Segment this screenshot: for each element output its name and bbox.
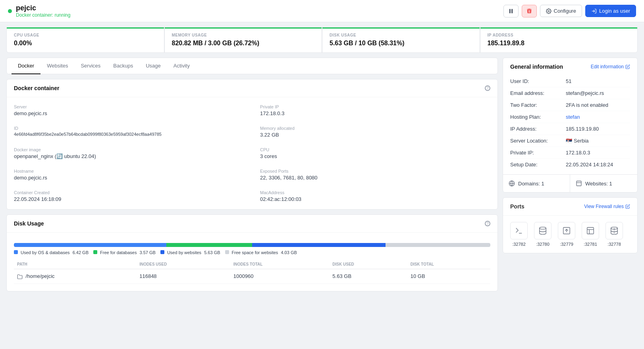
trash-icon	[526, 8, 532, 14]
login-as-user-button[interactable]: Login as user	[585, 5, 636, 17]
tab-websites[interactable]: Websites	[40, 58, 74, 74]
disk-legend: Used by OS & databases 6.42 GB Free for …	[14, 250, 490, 255]
port-32781-icon	[582, 222, 599, 239]
disk-help-icon[interactable]: ?	[485, 221, 490, 226]
docker-container-card: Docker container ? Server demo.pejcic.rs…	[6, 79, 498, 210]
hosting-plan-link[interactable]: stefan	[566, 114, 580, 120]
configure-label: Configure	[554, 8, 576, 14]
gen-hosting-plan: Hosting Plan: stefan	[510, 111, 630, 123]
ip-address-card: IP ADDRESS 185.119.89.8	[480, 27, 638, 53]
disk-segment-os	[14, 243, 166, 247]
port-32780-icon	[534, 222, 551, 239]
svg-rect-12	[587, 228, 594, 234]
top-bar-left: pejcic Docker container: running	[8, 4, 70, 18]
legend-free-label: Free space for websites	[232, 250, 278, 255]
gen-2fa: Two Factor: 2FA is not enabled	[510, 99, 630, 111]
macaddress-label: MacAddress	[260, 190, 490, 195]
port-32778-label: :32778	[607, 242, 621, 247]
gear-icon	[546, 8, 551, 14]
container-created-value: 22.05.2024 16:18:09	[14, 196, 244, 202]
legend-free: Free space for websites 4.03 GB	[225, 250, 297, 255]
port-32779-label: :32779	[560, 242, 573, 247]
main-content: Docker Websites Services Backups Usage A…	[0, 58, 644, 303]
login-icon	[591, 8, 597, 14]
port-32779-icon	[558, 222, 575, 239]
tab-usage[interactable]: Usage	[139, 58, 167, 74]
private-ip-label: Private IP	[260, 104, 490, 109]
server-field: Server demo.pejcic.rs	[14, 104, 244, 116]
hostname-label: Hostname	[14, 169, 244, 174]
disk-bar	[14, 243, 490, 247]
exposed-ports-label: Exposed Ports	[260, 169, 490, 174]
port-32781-label: :32781	[584, 242, 597, 247]
general-info-card: General information Edit information Use…	[503, 58, 638, 193]
legend-db-label: Free for databases	[100, 250, 137, 255]
gen-ip: IP Address: 185.119.19.80	[510, 123, 630, 135]
cpu-field-value: 3 cores	[260, 153, 490, 159]
configure-button[interactable]: Configure	[540, 5, 582, 17]
tab-services[interactable]: Services	[74, 58, 107, 74]
disk-usage-section: Disk Usage ? Used by OS & databases	[6, 214, 498, 291]
database-icon	[538, 226, 547, 235]
exposed-ports-value: 22, 3306, 7681, 80, 8080	[260, 175, 490, 181]
ip-label: IP ADDRESS	[488, 33, 631, 37]
svg-point-9	[540, 227, 546, 229]
port-32779: :32779	[558, 222, 575, 247]
delete-button[interactable]	[522, 5, 537, 17]
domain-websites: Domains: 1 Websites: 1	[503, 174, 637, 192]
svg-rect-1	[511, 9, 513, 13]
tab-docker[interactable]: Docker	[12, 58, 40, 74]
col-path: PATH	[14, 260, 136, 269]
col-disk-used: DISK USED	[329, 260, 407, 269]
disk-usage-card: DISK USAGE 5.63 GB / 10 GB (58.31%)	[322, 27, 480, 53]
view-firewall-link[interactable]: View Firewall rules	[584, 204, 630, 209]
cpu-field-label: CPU	[260, 147, 490, 152]
port-32782: :32782	[510, 222, 528, 247]
memory-allocated-field: Memory allocated 3.22 GB	[260, 126, 490, 138]
memory-allocated-value: 3.22 GB	[260, 132, 490, 138]
top-bar-actions: Configure Login as user	[503, 5, 636, 17]
general-info-header: General information Edit information	[503, 58, 637, 75]
row-path: /home/pejcic	[14, 269, 136, 284]
legend-web: Used by websites 5.63 GB	[160, 250, 220, 255]
domains-label: Domains: 1	[518, 181, 544, 187]
disk-usage-title: Disk Usage	[14, 220, 44, 227]
help-icon[interactable]: ?	[485, 85, 490, 91]
port-32780-label: :32780	[536, 242, 550, 247]
globe-icon	[509, 180, 515, 187]
edit-information-link[interactable]: Edit information	[591, 64, 630, 69]
browser-icon	[586, 226, 595, 235]
container-created-label: Container Created	[14, 190, 244, 195]
tab-activity[interactable]: Activity	[167, 58, 196, 74]
tabs: Docker Websites Services Backups Usage A…	[6, 58, 498, 74]
docker-card-body: Server demo.pejcic.rs Private IP 172.18.…	[7, 97, 497, 209]
top-bar: pejcic Docker container: running Configu…	[0, 0, 644, 22]
port-32781: :32781	[582, 222, 599, 247]
id-label: ID	[14, 126, 244, 131]
row-disk-used: 5.63 GB	[329, 269, 407, 284]
websites-count: Websites: 1	[570, 175, 637, 192]
private-ip-field: Private IP 172.18.0.3	[260, 104, 490, 116]
terminal-icon	[515, 226, 523, 235]
gen-location: Server Location: 🇷🇸Serbia	[510, 135, 630, 147]
id-value: 4e66fd4ad8f6f35be2ea0e57b64bcdab0999f803…	[14, 132, 244, 137]
disk-segment-websites	[252, 243, 386, 247]
server-label: Server	[14, 104, 244, 109]
svg-rect-0	[509, 9, 511, 13]
legend-db: Free for databases 3.57 GB	[93, 250, 156, 255]
tab-backups[interactable]: Backups	[107, 58, 139, 74]
table-row: /home/pejcic 116848 1000960 5.63 GB 10 G…	[14, 269, 490, 284]
general-info-body: User ID: 51 Email address: stefan@pejcic…	[503, 75, 637, 174]
col-disk-total: DISK TOTAL	[407, 260, 490, 269]
metrics-row: CPU USAGE 0.00% MEMORY USAGE 820.82 MB /…	[6, 27, 638, 53]
gen-private-ip: Private IP: 172.18.0.3	[510, 147, 630, 159]
legend-os-dot	[14, 250, 18, 254]
ports-section: Ports View Firewall rules :32782	[503, 197, 638, 253]
svg-point-2	[548, 10, 550, 12]
disk-usage-header: Disk Usage ?	[7, 215, 497, 233]
docker-card-header: Docker container ?	[7, 79, 497, 97]
pause-button[interactable]	[503, 5, 519, 17]
hostname-value: demo.pejcic.rs	[14, 175, 244, 181]
domains-count: Domains: 1	[503, 175, 570, 192]
gen-user-id: User ID: 51	[510, 75, 630, 87]
